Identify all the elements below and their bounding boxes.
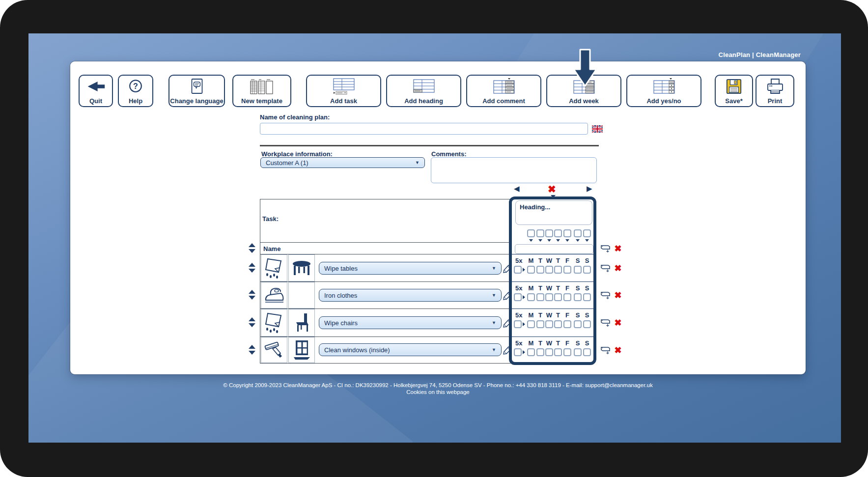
day-checkbox[interactable] (563, 348, 571, 356)
day-label: S (574, 284, 582, 292)
day-checkbox[interactable] (536, 266, 544, 274)
heading-day-checkbox[interactable] (545, 229, 553, 237)
monitor-bezel: CleanPlan | CleanManager Quit ? Help Cha… (0, 0, 868, 477)
column-fill-caret-icon[interactable] (585, 239, 589, 242)
column-fill-caret-icon[interactable] (556, 239, 560, 242)
cleaning-plan-name-input[interactable] (260, 123, 588, 135)
delete-row-icon[interactable]: ✖ (613, 345, 623, 355)
change-language-button[interactable]: Change language (168, 75, 225, 107)
column-fill-caret-icon[interactable] (538, 239, 542, 242)
day-checkbox[interactable] (545, 320, 553, 328)
heading-day-checkbox[interactable] (574, 229, 582, 237)
column-fill-caret-icon[interactable] (547, 239, 551, 242)
move-week-right-icon[interactable]: ▶ (587, 185, 592, 193)
column-fill-caret-icon[interactable] (529, 239, 533, 242)
day-checkbox[interactable] (554, 293, 562, 301)
frequency-label: 5x (515, 257, 522, 264)
sort-row-handle[interactable] (249, 243, 255, 253)
workplace-select[interactable]: Customer A (1) ▼ (260, 157, 425, 168)
add-row-comment-icon[interactable]: + (600, 345, 611, 355)
frequency-label: 5x (515, 284, 522, 292)
day-checkbox[interactable] (554, 266, 562, 274)
chevron-down-icon: ▼ (492, 348, 496, 352)
day-label: F (563, 339, 571, 347)
day-checkbox[interactable] (574, 320, 582, 328)
day-checkbox[interactable] (536, 293, 544, 301)
frequency-checkbox[interactable] (514, 348, 522, 356)
help-button[interactable]: ? Help (118, 75, 153, 107)
day-checkbox[interactable] (554, 348, 562, 356)
task-select[interactable]: Wipe chairs ▼ (319, 316, 502, 329)
delete-row-icon[interactable]: ✖ (613, 318, 623, 328)
uk-flag-icon[interactable] (592, 125, 603, 133)
day-label: S (583, 339, 591, 347)
week-heading-input[interactable]: Heading... (515, 200, 592, 225)
task-select[interactable]: Wipe tables ▼ (319, 262, 502, 275)
day-checkbox[interactable] (536, 320, 544, 328)
day-checkbox[interactable] (583, 348, 591, 356)
heading-day-checkbox[interactable] (554, 229, 562, 237)
heading-day-checkbox[interactable] (563, 229, 571, 237)
add-heading-button[interactable]: Add heading (386, 75, 461, 107)
save-button[interactable]: Save* (715, 75, 753, 107)
day-checkbox[interactable] (527, 266, 535, 274)
day-checkbox[interactable] (563, 266, 571, 274)
sort-row-handle[interactable] (249, 345, 255, 355)
quit-button[interactable]: Quit (79, 75, 113, 107)
day-checkbox[interactable] (527, 320, 535, 328)
table-comment-icon (493, 76, 515, 97)
day-checkbox[interactable] (545, 293, 553, 301)
add-row-comment-icon[interactable]: + (600, 318, 611, 328)
add-task-button[interactable]: Add task (306, 75, 381, 107)
expand-days-icon[interactable] (523, 350, 525, 354)
day-checkbox[interactable] (527, 348, 535, 356)
table-task-icon (333, 76, 355, 97)
day-checkbox[interactable] (536, 348, 544, 356)
add-comment-button[interactable]: Add comment (466, 75, 541, 107)
add-yesno-button[interactable]: Add yes/no (626, 75, 701, 107)
heading-day-checkbox[interactable] (527, 229, 535, 237)
expand-days-icon[interactable] (523, 295, 525, 299)
day-checkbox[interactable] (527, 293, 535, 301)
delete-row-icon[interactable]: ✖ (613, 290, 623, 300)
add-row-comment-icon[interactable]: + (600, 244, 611, 253)
delete-row-icon[interactable]: ✖ (613, 244, 623, 253)
add-row-comment-icon[interactable]: + (600, 290, 611, 300)
expand-days-icon[interactable] (523, 268, 525, 272)
heading-day-checkbox[interactable] (583, 229, 591, 237)
day-checkbox[interactable] (583, 266, 591, 274)
column-fill-caret-icon[interactable] (576, 239, 580, 242)
day-checkbox[interactable] (545, 266, 553, 274)
new-template-button[interactable]: New template (232, 75, 291, 107)
day-checkbox[interactable] (563, 293, 571, 301)
move-week-left-icon[interactable]: ◀ (514, 185, 520, 193)
print-button[interactable]: Print (756, 75, 794, 107)
day-checkbox[interactable] (574, 293, 582, 301)
day-checkbox[interactable] (545, 348, 553, 356)
frequency-checkbox[interactable] (514, 266, 522, 274)
frequency-checkbox[interactable] (514, 293, 522, 301)
add-row-comment-icon[interactable]: + (600, 263, 611, 273)
column-fill-caret-icon[interactable] (565, 239, 569, 242)
day-checkbox[interactable] (574, 348, 582, 356)
day-label: M (527, 284, 535, 292)
frequency-checkbox[interactable] (514, 320, 522, 328)
sort-row-handle[interactable] (249, 317, 255, 327)
delete-row-icon[interactable]: ✖ (613, 263, 623, 273)
cookies-link[interactable]: Cookies on this webpage (70, 389, 806, 395)
day-label: T (554, 311, 562, 319)
comments-textarea[interactable] (431, 157, 597, 183)
day-checkbox[interactable] (563, 320, 571, 328)
day-checkbox[interactable] (574, 266, 582, 274)
day-checkbox[interactable] (583, 320, 591, 328)
task-select[interactable]: Clean windows (inside) ▼ (319, 343, 502, 356)
day-checkbox[interactable] (554, 320, 562, 328)
sort-row-handle[interactable] (249, 290, 255, 300)
task-select[interactable]: Iron clothes ▼ (319, 289, 502, 302)
frequency-label: 5x (515, 339, 522, 347)
heading-day-checkbox[interactable] (536, 229, 544, 237)
expand-days-icon[interactable] (523, 322, 525, 326)
day-checkbox[interactable] (583, 293, 591, 301)
delete-week-icon[interactable]: ✖ (548, 183, 556, 195)
sort-row-handle[interactable] (249, 263, 255, 273)
